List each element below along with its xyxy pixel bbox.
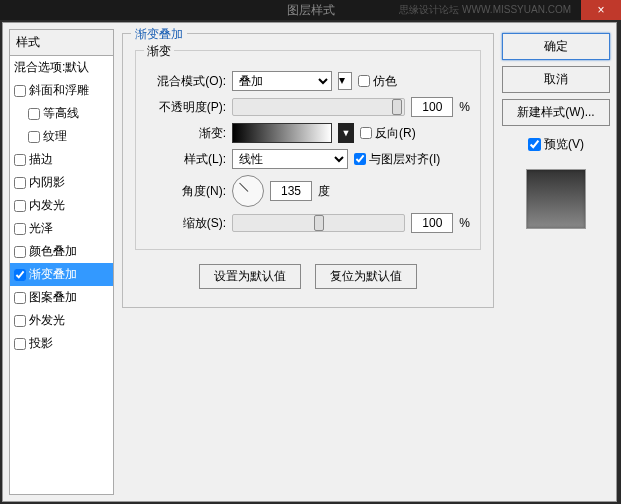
style-item-label: 描边 [29, 151, 53, 168]
style-label: 样式(L): [146, 151, 226, 168]
gradient-label: 渐变: [146, 125, 226, 142]
style-item-8[interactable]: 渐变叠加 [10, 263, 113, 286]
blend-mode-label: 混合模式(O): [146, 73, 226, 90]
style-item-1[interactable]: 等高线 [10, 102, 113, 125]
blend-mode-select[interactable]: 叠加 [232, 71, 332, 91]
style-item-label: 渐变叠加 [29, 266, 77, 283]
window-title: 图层样式 [287, 2, 335, 19]
close-icon: × [597, 3, 604, 17]
style-item-9[interactable]: 图案叠加 [10, 286, 113, 309]
style-item-checkbox[interactable] [14, 315, 26, 327]
scale-label: 缩放(S): [146, 215, 226, 232]
style-item-checkbox[interactable] [28, 131, 40, 143]
preview-checkbox[interactable]: 预览(V) [502, 136, 610, 153]
style-item-label: 斜面和浮雕 [29, 82, 89, 99]
scale-slider[interactable] [232, 214, 405, 232]
style-item-checkbox[interactable] [14, 338, 26, 350]
style-item-6[interactable]: 光泽 [10, 217, 113, 240]
styles-header: 样式 [9, 29, 114, 55]
angle-label: 角度(N): [146, 183, 226, 200]
scale-input[interactable] [411, 213, 453, 233]
dither-checkbox[interactable]: 仿色 [358, 73, 397, 90]
style-item-checkbox[interactable] [14, 85, 26, 97]
opacity-label: 不透明度(P): [146, 99, 226, 116]
style-item-label: 内阴影 [29, 174, 65, 191]
gradient-preview[interactable] [232, 123, 332, 143]
style-item-checkbox[interactable] [28, 108, 40, 120]
style-item-checkbox[interactable] [14, 177, 26, 189]
style-item-checkbox[interactable] [14, 292, 26, 304]
cancel-button[interactable]: 取消 [502, 66, 610, 93]
ok-button[interactable]: 确定 [502, 33, 610, 60]
gradient-dropdown-icon[interactable]: ▼ [338, 123, 354, 143]
opacity-input[interactable] [411, 97, 453, 117]
gradient-overlay-group: 渐变叠加 渐变 混合模式(O): 叠加 ▾ 仿色 不透明度(P): % 渐变: [122, 33, 494, 308]
titlebar: 图层样式 思缘设计论坛 WWW.MISSYUAN.COM × [0, 0, 621, 20]
angle-dial[interactable] [232, 175, 264, 207]
style-item-label: 投影 [29, 335, 53, 352]
style-item-label: 纹理 [43, 128, 67, 145]
preview-swatch [526, 169, 586, 229]
styles-panel: 样式 混合选项:默认 斜面和浮雕等高线纹理描边内阴影内发光光泽颜色叠加渐变叠加图… [9, 29, 114, 495]
style-item-checkbox[interactable] [14, 246, 26, 258]
style-item-checkbox[interactable] [14, 200, 26, 212]
gradient-subgroup: 渐变 混合模式(O): 叠加 ▾ 仿色 不透明度(P): % 渐变: ▼ [135, 50, 481, 250]
style-item-checkbox[interactable] [14, 154, 26, 166]
style-item-7[interactable]: 颜色叠加 [10, 240, 113, 263]
style-item-11[interactable]: 投影 [10, 332, 113, 355]
style-item-2[interactable]: 纹理 [10, 125, 113, 148]
style-item-label: 光泽 [29, 220, 53, 237]
reverse-checkbox[interactable]: 反向(R) [360, 125, 416, 142]
blend-mode-dropdown-icon[interactable]: ▾ [338, 72, 352, 90]
settings-panel: 渐变叠加 渐变 混合模式(O): 叠加 ▾ 仿色 不透明度(P): % 渐变: [114, 29, 502, 495]
style-item-3[interactable]: 描边 [10, 148, 113, 171]
action-panel: 确定 取消 新建样式(W)... 预览(V) [502, 29, 610, 495]
style-item-checkbox[interactable] [14, 223, 26, 235]
angle-input[interactable] [270, 181, 312, 201]
style-item-10[interactable]: 外发光 [10, 309, 113, 332]
style-item-label: 内发光 [29, 197, 65, 214]
subgroup-legend: 渐变 [144, 43, 174, 60]
style-item-4[interactable]: 内阴影 [10, 171, 113, 194]
watermark: 思缘设计论坛 WWW.MISSYUAN.COM [399, 3, 571, 17]
style-item-label: 外发光 [29, 312, 65, 329]
reset-default-button[interactable]: 复位为默认值 [315, 264, 417, 289]
dialog-body: 样式 混合选项:默认 斜面和浮雕等高线纹理描边内阴影内发光光泽颜色叠加渐变叠加图… [2, 22, 617, 502]
style-item-label: 颜色叠加 [29, 243, 77, 260]
style-item-label: 图案叠加 [29, 289, 77, 306]
opacity-slider[interactable] [232, 98, 405, 116]
style-item-checkbox[interactable] [14, 269, 26, 281]
style-item-label: 等高线 [43, 105, 79, 122]
align-checkbox[interactable]: 与图层对齐(I) [354, 151, 440, 168]
group-legend: 渐变叠加 [131, 26, 187, 43]
styles-list: 混合选项:默认 斜面和浮雕等高线纹理描边内阴影内发光光泽颜色叠加渐变叠加图案叠加… [9, 55, 114, 495]
blending-options-item[interactable]: 混合选项:默认 [10, 56, 113, 79]
style-item-5[interactable]: 内发光 [10, 194, 113, 217]
close-button[interactable]: × [581, 0, 621, 20]
make-default-button[interactable]: 设置为默认值 [199, 264, 301, 289]
style-item-0[interactable]: 斜面和浮雕 [10, 79, 113, 102]
style-select[interactable]: 线性 [232, 149, 348, 169]
new-style-button[interactable]: 新建样式(W)... [502, 99, 610, 126]
